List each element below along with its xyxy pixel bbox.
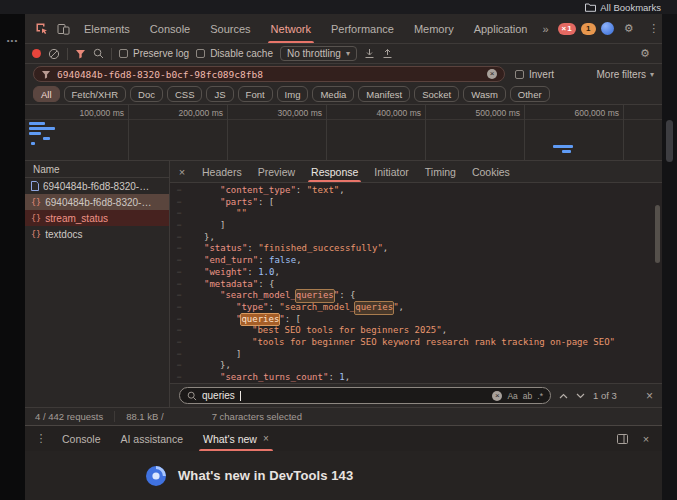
invert-checkbox[interactable]: Invert: [515, 69, 554, 80]
page-scrollbar-thumb[interactable]: [666, 120, 673, 162]
code-token: ,: [296, 255, 301, 267]
find-input[interactable]: queries × Aa ab .*: [179, 387, 551, 404]
overflow-dots-icon[interactable]: •••: [7, 36, 18, 45]
find-query-text: queries: [202, 390, 235, 401]
chip-js[interactable]: JS: [206, 86, 233, 102]
code-token: "status": [204, 243, 247, 255]
filter-toggle-button[interactable]: [75, 49, 86, 59]
fold-marker-icon[interactable]: –: [170, 349, 188, 361]
chip-img[interactable]: Img: [277, 86, 309, 102]
close-detail-button[interactable]: ×: [170, 166, 194, 178]
fold-marker-icon[interactable]: –: [170, 220, 188, 232]
chip-media[interactable]: Media: [312, 86, 354, 102]
network-main-split: Name 6940484b-f6d8-8320-…{}6940484b-f6d8…: [25, 161, 662, 407]
close-tab-icon[interactable]: ×: [263, 433, 269, 444]
overview-strip[interactable]: 100,000 ms200,000 ms300,000 ms400,000 ms…: [25, 105, 662, 161]
fold-marker-icon[interactable]: –: [170, 290, 188, 302]
chip-manifest[interactable]: Manifest: [358, 86, 410, 102]
preserve-log-checkbox[interactable]: Preserve log: [119, 48, 189, 59]
regex-toggle[interactable]: .*: [537, 391, 543, 401]
fold-marker-icon[interactable]: –: [170, 279, 188, 291]
match-case-toggle[interactable]: Aa: [507, 391, 517, 401]
request-row-6940484b-f6d8-8320[interactable]: 6940484b-f6d8-8320-…: [25, 178, 169, 194]
close-find-bar-button[interactable]: ×: [646, 389, 653, 403]
fold-marker-icon[interactable]: –: [170, 197, 188, 209]
fold-marker-icon[interactable]: –: [170, 372, 188, 383]
tab-network[interactable]: Network: [262, 14, 320, 43]
code-token: 1.0: [258, 267, 274, 279]
tab-console[interactable]: Console: [141, 14, 199, 43]
fold-marker-icon[interactable]: –: [170, 337, 188, 349]
device-toolbar-button[interactable]: [53, 20, 73, 38]
detail-tab-headers[interactable]: Headers: [194, 161, 250, 182]
export-har-button[interactable]: [382, 48, 393, 59]
inspect-element-button[interactable]: [31, 20, 51, 38]
more-tabs-button[interactable]: »: [538, 23, 552, 35]
record-network-log-button[interactable]: [32, 49, 41, 58]
tab-sources[interactable]: Sources: [201, 14, 259, 43]
detail-tab-preview[interactable]: Preview: [250, 161, 303, 182]
fold-marker-icon[interactable]: –: [170, 255, 188, 267]
chip-all[interactable]: All: [33, 86, 60, 102]
chip-fetch-xhr[interactable]: Fetch/XHR: [64, 86, 126, 102]
tab-memory[interactable]: Memory: [405, 14, 463, 43]
fold-marker-icon[interactable]: –: [170, 325, 188, 337]
detail-tab-timing[interactable]: Timing: [417, 161, 464, 182]
fold-marker-icon[interactable]: –: [170, 302, 188, 314]
code-token: "type": [236, 302, 269, 314]
chip-css[interactable]: CSS: [167, 86, 203, 102]
disable-cache-checkbox[interactable]: Disable cache: [196, 48, 273, 59]
fold-marker-icon[interactable]: –: [170, 232, 188, 244]
issues-badge[interactable]: 1: [581, 23, 596, 35]
chip-other[interactable]: Other: [510, 86, 550, 102]
clear-filter-button[interactable]: ×: [487, 69, 497, 79]
network-settings-gear-icon[interactable]: ⚙: [635, 45, 655, 63]
search-network-button[interactable]: [93, 48, 104, 59]
more-filters-button[interactable]: More filters ▾: [597, 69, 654, 80]
clear-search-button[interactable]: ×: [492, 391, 502, 401]
tab-application[interactable]: Application: [465, 14, 537, 43]
chip-socket[interactable]: Socket: [414, 86, 459, 102]
fold-marker-icon[interactable]: –: [170, 243, 188, 255]
drawer-right-group: ×: [617, 430, 656, 448]
request-row-textdocs[interactable]: {}textdocs: [25, 226, 169, 242]
request-row-6940484b-f6d8-8320[interactable]: {}6940484b-f6d8-8320-…: [25, 194, 169, 210]
filter-input[interactable]: 6940484b-f6d8-8320-b0cf-98fc089c8fb8 ×: [33, 66, 505, 82]
whole-word-toggle[interactable]: ab: [523, 391, 532, 401]
chip-doc[interactable]: Doc: [130, 86, 163, 102]
import-har-button[interactable]: [364, 48, 375, 59]
dock-panel-button[interactable]: [617, 434, 628, 444]
fold-marker-icon[interactable]: –: [170, 185, 188, 197]
find-next-button[interactable]: [576, 393, 585, 399]
drawer-tab-console[interactable]: Console: [53, 426, 110, 451]
request-row-stream-status[interactable]: {}stream_status: [25, 210, 169, 226]
settings-gear-icon[interactable]: ⚙: [619, 20, 639, 38]
chip-wasm[interactable]: Wasm: [463, 86, 506, 102]
name-column-header[interactable]: Name: [25, 161, 169, 178]
drawer-tab-ai-assistance[interactable]: AI assistance: [112, 426, 192, 451]
profile-avatar[interactable]: [601, 22, 614, 35]
find-previous-button[interactable]: [559, 393, 568, 399]
drawer-tab-whats-new[interactable]: What's new ×: [194, 426, 278, 451]
all-bookmarks-button[interactable]: All Bookmarks: [585, 2, 661, 13]
response-code[interactable]: –"content_type": "text",–"parts": [–""–]…: [170, 183, 662, 383]
error-badge[interactable]: ×1: [558, 23, 576, 35]
fold-marker-icon[interactable]: –: [170, 360, 188, 372]
detail-tab-initiator[interactable]: Initiator: [366, 161, 416, 182]
menu-dots-icon[interactable]: ⋮: [644, 20, 664, 38]
tab-performance[interactable]: Performance: [322, 14, 403, 43]
chevron-down-icon: [576, 393, 585, 399]
checkbox-icon: [119, 49, 128, 58]
fold-marker-icon[interactable]: –: [170, 314, 188, 326]
fold-marker-icon[interactable]: –: [170, 267, 188, 279]
code-scrollbar-thumb[interactable]: [655, 205, 660, 263]
clear-network-log-button[interactable]: [48, 48, 60, 60]
fold-marker-icon[interactable]: –: [170, 208, 188, 220]
drawer-menu-dots-icon[interactable]: ⋮: [31, 430, 51, 448]
detail-tab-cookies[interactable]: Cookies: [464, 161, 518, 182]
chip-font[interactable]: Font: [238, 86, 273, 102]
close-drawer-button[interactable]: ×: [636, 430, 656, 448]
detail-tab-response[interactable]: Response: [303, 161, 366, 182]
throttling-select[interactable]: No throttling ▾: [280, 46, 357, 61]
tab-elements[interactable]: Elements: [75, 14, 139, 43]
